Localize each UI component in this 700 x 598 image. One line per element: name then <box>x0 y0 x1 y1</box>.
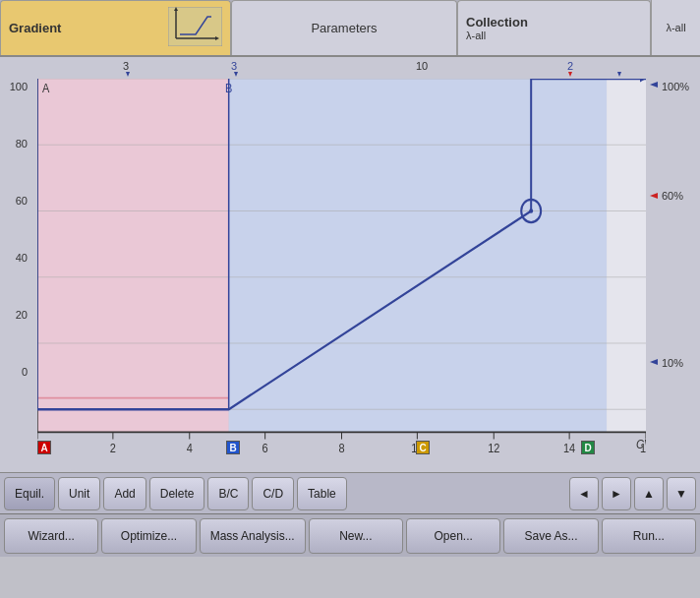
svg-marker-64 <box>650 82 658 88</box>
tab-collection-sublabel: λ-all <box>466 30 486 41</box>
svg-marker-68 <box>650 359 658 365</box>
point-label-b: B <box>226 441 240 454</box>
delete-button[interactable]: Delete <box>149 477 205 510</box>
svg-text:60: 60 <box>16 195 28 207</box>
svg-text:2: 2 <box>110 442 116 456</box>
tab-parameters[interactable]: Parameters <box>231 0 457 55</box>
svg-text:100%: 100% <box>662 81 689 92</box>
svg-point-59 <box>529 209 533 213</box>
chart-svg: 0 2 4 6 8 10 12 14 16 <box>37 79 646 472</box>
svg-marker-12 <box>617 72 621 77</box>
svg-rect-21 <box>607 79 646 432</box>
tab-collection[interactable]: Collection λ-all <box>457 0 651 55</box>
svg-text:2: 2 <box>567 60 573 72</box>
svg-text:3: 3 <box>231 60 237 72</box>
svg-text:CV: CV <box>636 437 646 451</box>
svg-marker-8 <box>234 72 238 77</box>
bottom-toolbar: Equil. Unit Add Delete B/C C/D Table ◄ ►… <box>0 472 700 513</box>
top-number-row: 3 3 10 2 <box>0 57 700 79</box>
svg-text:4: 4 <box>187 442 193 456</box>
point-label-d: D <box>581 441 595 454</box>
add-button[interactable]: Add <box>103 477 146 510</box>
svg-text:8: 8 <box>338 442 344 456</box>
open-button[interactable]: Open... <box>406 518 500 554</box>
gradient-icon <box>168 7 222 49</box>
prev-left-button[interactable]: ◄ <box>569 477 599 510</box>
svg-text:10%: 10% <box>662 357 683 369</box>
svg-text:6: 6 <box>262 442 268 456</box>
tab-gradient[interactable]: Gradient <box>0 0 231 55</box>
next-right-button[interactable]: ► <box>602 477 631 510</box>
mass-analysis-button[interactable]: Mass Analysis... <box>200 518 306 554</box>
point-label-c: C <box>416 441 430 454</box>
lambda-all-right[interactable]: λ-all <box>651 0 700 55</box>
point-label-a: A <box>37 441 51 454</box>
down-button[interactable]: ▼ <box>667 477 696 510</box>
svg-text:60%: 60% <box>662 190 683 202</box>
svg-text:14: 14 <box>563 442 576 456</box>
equil-button[interactable]: Equil. <box>4 477 55 510</box>
unit-button[interactable]: Unit <box>58 477 100 510</box>
tab-collection-label: Collection <box>466 15 528 30</box>
lambda-all-label: λ-all <box>666 22 685 33</box>
svg-marker-11 <box>568 72 572 77</box>
chart-main: 0 2 4 6 8 10 12 14 16 <box>37 79 646 472</box>
cd-button[interactable]: C/D <box>252 477 294 510</box>
bc-button[interactable]: B/C <box>207 477 249 510</box>
svg-text:12: 12 <box>488 442 500 456</box>
svg-rect-20 <box>229 79 607 432</box>
right-axis-svg: 100% 60% 10% <box>650 79 700 418</box>
svg-marker-66 <box>650 193 658 199</box>
new-button[interactable]: New... <box>309 518 403 554</box>
chart-container: 100 80 60 40 20 0 <box>0 79 700 472</box>
optimize-button[interactable]: Optimize... <box>101 518 196 554</box>
top-tabs: Gradient Parameters Collection λ-all λ-a… <box>0 0 700 57</box>
svg-marker-6 <box>126 72 130 77</box>
svg-text:100: 100 <box>10 81 28 92</box>
right-axis: 100% 60% 10% <box>646 79 700 472</box>
up-button[interactable]: ▲ <box>634 477 664 510</box>
svg-text:80: 80 <box>16 138 28 150</box>
svg-text:0: 0 <box>22 366 28 378</box>
svg-rect-19 <box>37 79 229 432</box>
tab-gradient-label: Gradient <box>9 21 61 35</box>
tab-parameters-label: Parameters <box>311 21 377 35</box>
table-button[interactable]: Table <box>297 477 347 510</box>
action-toolbar: Wizard... Optimize... Mass Analysis... N… <box>0 513 700 557</box>
svg-text:B: B <box>225 81 232 95</box>
y-axis: 100 80 60 40 20 0 <box>0 79 37 472</box>
svg-text:3: 3 <box>123 60 129 72</box>
svg-text:20: 20 <box>16 309 28 321</box>
run-button[interactable]: Run... <box>602 518 696 554</box>
wizard-button[interactable]: Wizard... <box>4 518 98 554</box>
svg-text:10: 10 <box>416 60 428 72</box>
svg-text:40: 40 <box>16 252 28 264</box>
svg-text:A: A <box>42 81 49 95</box>
save-as-button[interactable]: Save As... <box>503 518 598 554</box>
